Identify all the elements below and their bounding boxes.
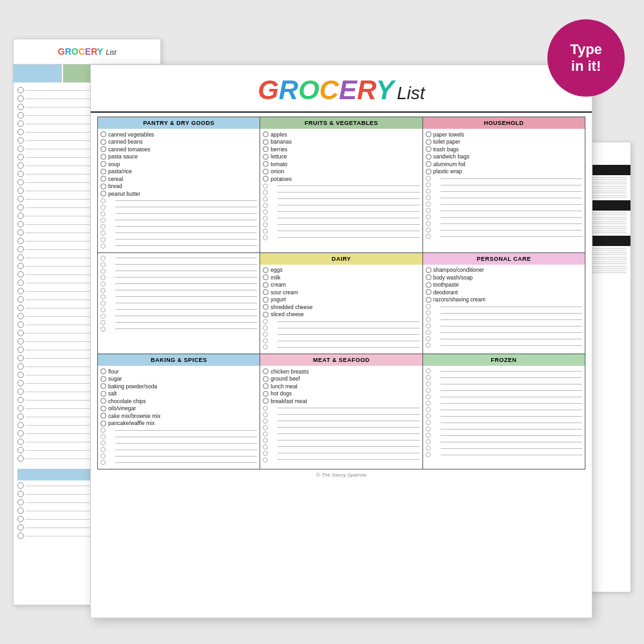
frozen-header: FROZEN [423, 354, 585, 366]
pantry-item-cereal: cereal [100, 176, 257, 182]
dairy-item-shredded-cheese: shredded cheese [263, 304, 419, 310]
personal-item-deodorant: deodorant [426, 289, 582, 296]
personal-item-shampoo: shampoo/conditioner [426, 267, 582, 273]
household-item-trash-bags: trash bags [426, 146, 582, 153]
fruits-header: FRUITS & VEGETABLES [260, 117, 422, 129]
baking-item-pancake-mix: pancake/waffle mix [100, 420, 257, 426]
main-title-list: List [397, 83, 425, 103]
meat-item-ground-beef: ground beef [263, 375, 419, 382]
baking-item-baking-powder: baking powder/soda [100, 383, 257, 390]
pantry-item-canned-tomatoes: canned tomatoes [100, 146, 257, 153]
pantry-item-canned-vegetables: canned vegetables [100, 131, 257, 138]
personal-item-body-wash: body wash/soap [426, 274, 582, 281]
dairy-item-sliced-cheese: sliced cheese [263, 311, 419, 317]
baking-header: BAKING & SPICES [98, 354, 260, 366]
pantry-items: canned vegetables canned beans canned to… [98, 129, 260, 252]
household-cell: HOUSEHOLD paper towels toilet paper tras… [423, 117, 585, 252]
col-header-1 [14, 64, 62, 82]
meat-cell: MEAT & SEAFOOD chicken breasts ground be… [260, 354, 422, 469]
baking-items: flour sugar baking powder/soda salt choc… [98, 366, 260, 469]
fruits-item-berries: berries [263, 146, 419, 153]
dairy-item-eggs: eggs [263, 267, 419, 273]
pantry-item-bread: bread [100, 183, 257, 189]
dairy-item-milk: milk [263, 274, 419, 281]
main-header: GROCERY List [91, 65, 592, 113]
meat-item-lunch-meat: lunch meat [263, 383, 419, 390]
fruits-item-bananas: bananas [263, 138, 419, 145]
back-left-title: GROCERY [58, 46, 103, 57]
dairy-item-sour-cream: sour cream [263, 289, 419, 296]
pantry-header: PANTRY & DRY GOODS [98, 117, 260, 129]
fruits-item-potatoes: potatoes [263, 176, 419, 182]
baking-item-chocolate-chips: chocolate chips [100, 398, 257, 404]
fruits-items: apples bananas berries lettuce tomato on… [260, 129, 422, 244]
baking-item-cake-mix: cake mix/brownie mix [100, 413, 257, 419]
back-left-header: GROCERY List [14, 39, 160, 64]
household-item-plastic-wrap: plastic wrap [426, 168, 582, 175]
household-item-sandwich-bags: sandwich bags [426, 153, 582, 160]
badge-line1: Type [570, 41, 602, 58]
pantry-item-soup: soup [100, 161, 257, 167]
pantry-item-canned-beans: canned beans [100, 138, 257, 145]
pantry-item-pasta-rice: pasta/rice [100, 168, 257, 175]
baking-item-flour: flour [100, 368, 257, 375]
pantry-item-pasta-sauce: pasta sauce [100, 153, 257, 160]
personal-care-header: PERSONAL CARE [423, 253, 585, 265]
paper-main: GROCERY List PANTRY & DRY GOODS canned v… [90, 64, 592, 618]
badge-line2: in it! [570, 58, 602, 75]
meat-item-chicken: chicken breasts [263, 368, 419, 375]
personal-care-items: shampoo/conditioner body wash/soap tooth… [423, 265, 585, 352]
type-badge: Type in it! [547, 19, 625, 97]
pantry-cell-cont [98, 253, 260, 354]
fruits-item-tomato: tomato [263, 161, 419, 167]
fruits-item-lettuce: lettuce [263, 153, 419, 160]
baking-item-sugar: sugar [100, 375, 257, 382]
dairy-cell: DAIRY eggs milk cream sour cream yogurt … [260, 253, 422, 354]
pantry-cont-items [98, 253, 260, 336]
personal-item-razors: razors/shaving cream [426, 296, 582, 303]
scene: GROCERY List [13, 13, 631, 631]
back-left-list: List [106, 49, 117, 56]
household-header: HOUSEHOLD [423, 117, 585, 129]
dairy-item-yogurt: yogurt [263, 296, 419, 303]
frozen-items [423, 366, 585, 461]
personal-item-toothpaste: toothpaste [426, 281, 582, 288]
fruits-item-onion: onion [263, 168, 419, 175]
dairy-items: eggs milk cream sour cream yogurt shredd… [260, 265, 422, 354]
baking-cell: BAKING & SPICES flour sugar baking powde… [98, 354, 260, 469]
meat-item-breakfast-meat: breakfast meat [263, 398, 419, 404]
dairy-header: DAIRY [260, 253, 422, 265]
fruits-item-apples: apples [263, 131, 419, 138]
household-item-paper-towels: paper towels [426, 131, 582, 138]
baking-item-oils-vinegar: oils/vinegar [100, 405, 257, 412]
meat-header: MEAT & SEAFOOD [260, 354, 422, 366]
fruits-cell: FRUITS & VEGETABLES apples bananas berri… [260, 117, 422, 252]
personal-care-cell: PERSONAL CARE shampoo/conditioner body w… [423, 253, 585, 354]
household-item-toilet-paper: toilet paper [426, 138, 582, 145]
footer: © The Savvy Sparrow [91, 469, 592, 480]
dairy-item-cream: cream [263, 281, 419, 288]
main-title-grocery: GROCERY [258, 77, 394, 104]
meat-item-hot-dogs: hot dogs [263, 390, 419, 397]
frozen-cell: FROZEN [423, 354, 585, 469]
household-items: paper towels toilet paper trash bags san… [423, 129, 585, 243]
household-item-aluminum-foil: aluminum foil [426, 161, 582, 167]
baking-item-salt: salt [100, 390, 257, 397]
pantry-cell: PANTRY & DRY GOODS canned vegetables can… [98, 117, 260, 252]
pantry-item-peanut-butter: peanut butter [100, 191, 257, 197]
meat-items: chicken breasts ground beef lunch meat h… [260, 366, 422, 466]
